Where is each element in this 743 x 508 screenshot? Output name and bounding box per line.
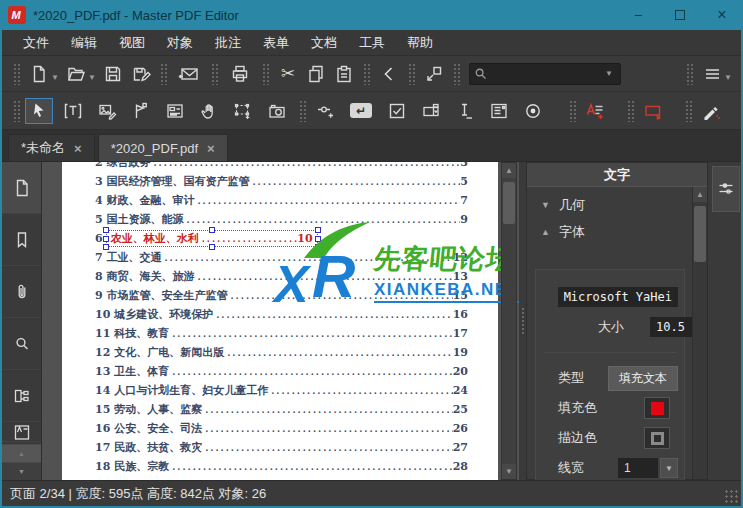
toc-row[interactable]: 8 商贸、海关、旅游..............................… [62, 267, 498, 286]
menu-item-4[interactable]: 批注 [204, 31, 252, 55]
scroll-down-arrow[interactable]: ▼ [502, 464, 516, 479]
toolbar-grip[interactable] [685, 100, 692, 122]
menu-item-7[interactable]: 工具 [348, 31, 396, 55]
edit-path-tool-button[interactable] [127, 98, 155, 124]
document-tab-1[interactable]: *2020_PDF.pdf× [98, 134, 228, 161]
back-button[interactable] [375, 61, 403, 87]
menu-item-3[interactable]: 对象 [156, 31, 204, 55]
selection-handle-tr[interactable] [315, 227, 321, 233]
pdf-page[interactable]: 2 综合政务..................................… [62, 162, 498, 480]
combobox-field-tool-button[interactable] [417, 98, 445, 124]
menu-item-5[interactable]: 表单 [252, 31, 300, 55]
main-menu-button[interactable] [698, 61, 726, 87]
tab-close-icon[interactable]: × [207, 141, 215, 156]
edit-image-tool-button[interactable] [93, 98, 121, 124]
document-scrollbar[interactable]: ▲ ▼ [501, 162, 517, 480]
selected-text-object[interactable]: 农业、林业、水利................................… [106, 230, 318, 247]
font-family-value[interactable]: Microsoft YaHei [558, 287, 678, 307]
menu-item-2[interactable]: 视图 [108, 31, 156, 55]
note-annotation-tool-button[interactable] [581, 98, 609, 124]
toc-row[interactable]: 3 国民经济管理、国有资产监管.........................… [62, 172, 498, 191]
close-button[interactable]: × [701, 0, 743, 30]
toc-row[interactable]: 10 城乡建设、环境保护............................… [62, 305, 498, 324]
rectangle-annotation-tool-button[interactable] [639, 98, 667, 124]
search-box[interactable]: ▼ [469, 63, 621, 85]
minimize-button[interactable]: − [617, 0, 659, 30]
menu-item-0[interactable]: 文件 [12, 31, 60, 55]
edit-form-tool-button[interactable] [161, 98, 189, 124]
sidebar-item-attachments[interactable] [2, 266, 41, 318]
toc-row[interactable]: 14 人口与计划生育、妇女儿童工作.......................… [62, 381, 498, 400]
select-area-tool-button[interactable] [229, 98, 257, 124]
properties-toggle-tab[interactable] [712, 166, 740, 212]
menu-item-8[interactable]: 帮助 [396, 31, 444, 55]
fit-page-button[interactable] [420, 61, 448, 87]
line-width-value[interactable]: 1 [618, 458, 658, 478]
toc-row[interactable]: 5 国土资源、能源...............................… [62, 210, 498, 229]
hand-tool-button[interactable] [195, 98, 223, 124]
print-button[interactable] [223, 61, 257, 87]
menu-item-1[interactable]: 编辑 [60, 31, 108, 55]
save-button[interactable] [99, 61, 127, 87]
checkbox-field-tool-button[interactable] [383, 98, 411, 124]
search-dropdown[interactable]: ▼ [605, 69, 613, 78]
toolbar-grip[interactable] [13, 63, 20, 85]
toc-row[interactable]: 11 科技、教育................................… [62, 324, 498, 343]
selection-handle-mr[interactable] [315, 236, 321, 242]
toc-row[interactable]: 4 财政、金融、审计..............................… [62, 191, 498, 210]
text-field-tool-button[interactable] [451, 98, 479, 124]
line-width-spinner[interactable]: ▼ [660, 458, 678, 478]
fill-color-swatch[interactable] [644, 397, 670, 419]
toc-row[interactable]: 7 工业、交通.................................… [62, 248, 498, 267]
font-size-value[interactable]: 10.5 [650, 317, 692, 337]
link-tool-button[interactable] [311, 98, 339, 124]
toc-row[interactable]: 2 综合政务..................................… [62, 162, 498, 172]
newline-tool-button[interactable]: ↵ [347, 98, 375, 124]
highlight-tool-button[interactable] [697, 98, 725, 124]
selection-handle-br[interactable] [315, 244, 321, 250]
toolbar-grip[interactable] [686, 63, 693, 85]
panel-splitter[interactable] [519, 162, 526, 480]
panel-scrollbar-thumb[interactable] [694, 206, 706, 262]
toolbar-grip[interactable] [627, 100, 634, 122]
sidebar-scroll-down-button[interactable]: ▼ [2, 462, 41, 480]
toc-row[interactable]: 18 民族、宗教................................… [62, 457, 498, 476]
resize-grip[interactable] [725, 490, 739, 504]
new-document-button[interactable] [25, 61, 53, 87]
toolbar-grip[interactable] [262, 63, 269, 85]
cut-button[interactable]: ✂ [274, 61, 302, 87]
scroll-up-arrow[interactable]: ▲ [502, 163, 516, 178]
sidebar-scroll-up-button[interactable]: ▲ [2, 444, 41, 462]
sidebar-item-annotations[interactable] [2, 422, 41, 442]
menu-item-6[interactable]: 文档 [300, 31, 348, 55]
open-file-button[interactable] [62, 61, 90, 87]
open-file-dropdown[interactable]: ▼ [88, 73, 96, 82]
type-dropdown[interactable]: 填充文本 [608, 366, 678, 391]
toolbar-grip[interactable] [160, 63, 167, 85]
document-tab-0[interactable]: *未命名× [8, 134, 95, 161]
toolbar-grip[interactable] [363, 63, 370, 85]
tab-close-icon[interactable]: × [74, 141, 82, 156]
toolbar-grip[interactable] [408, 63, 415, 85]
toc-row[interactable]: 6农业、林业、水利...............................… [62, 229, 498, 248]
selection-handle-tm[interactable] [209, 227, 215, 233]
email-button[interactable] [172, 61, 206, 87]
selection-handle-bm[interactable] [209, 244, 215, 250]
pointer-tool-button[interactable] [25, 98, 53, 124]
copy-button[interactable] [302, 61, 330, 87]
listbox-field-tool-button[interactable] [485, 98, 513, 124]
paste-button[interactable] [330, 61, 358, 87]
radio-field-tool-button[interactable] [519, 98, 547, 124]
toc-row[interactable]: 9 市场监管、安全生产监管...........................… [62, 286, 498, 305]
sidebar-item-page-thumbnails[interactable] [2, 162, 41, 214]
search-input[interactable] [487, 67, 607, 81]
toc-row[interactable]: 16 公安、安全、司法.............................… [62, 419, 498, 438]
toolbar-grip[interactable] [569, 100, 576, 122]
toc-row[interactable]: 15 劳动、人事、监察.............................… [62, 400, 498, 419]
save-as-button[interactable] [127, 61, 155, 87]
sidebar-item-bookmarks[interactable] [2, 214, 41, 266]
selection-handle-ml[interactable] [103, 236, 109, 242]
selection-handle-bl[interactable] [103, 244, 109, 250]
stroke-color-swatch[interactable] [644, 427, 670, 449]
maximize-button[interactable] [659, 0, 701, 30]
